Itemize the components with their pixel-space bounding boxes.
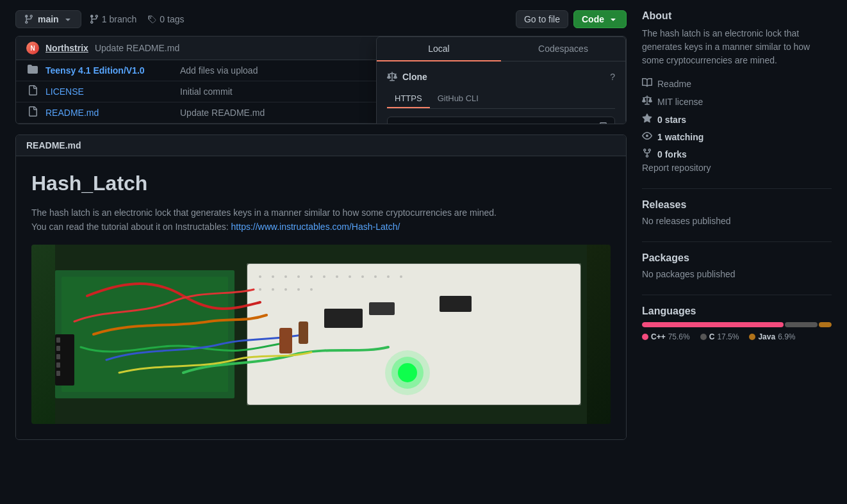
branch-count: 1 [102, 14, 107, 24]
readme-link[interactable]: Readme [642, 75, 832, 93]
releases-title: Releases [642, 199, 832, 211]
tags-count: 0 [160, 14, 165, 24]
clone-body: Clone ? HTTPS GitHub CLI https://github.… [377, 61, 625, 124]
license-link[interactable]: MIT license [642, 93, 832, 111]
file-name[interactable]: Teensy 4.1 Edition/V1.0 [45, 65, 174, 76]
svg-rect-10 [369, 302, 395, 315]
scale-icon [642, 95, 652, 108]
languages-title: Languages [642, 305, 832, 317]
clone-tabs: Local Codespaces [377, 37, 625, 61]
clone-url: https://github.com/Northstrix/Hash_Latch… [394, 124, 590, 125]
no-packages: No packages published [642, 269, 832, 279]
branch-label: branch [109, 14, 136, 24]
readme-link[interactable]: https://www.instructables.com/Hash-Latch… [231, 222, 400, 232]
svg-rect-11 [440, 296, 472, 312]
report-repository-link[interactable]: Report repository [642, 163, 711, 173]
cpp-dot [642, 334, 648, 340]
svg-point-31 [400, 275, 402, 278]
branch-name: main [38, 14, 59, 24]
commit-author[interactable]: Northstrix [45, 43, 88, 53]
watching-stat: 1 watching [642, 128, 832, 145]
protocol-tabs: HTTPS GitHub CLI [387, 90, 615, 109]
svg-point-28 [361, 275, 364, 278]
tags-link[interactable]: 0 tags [147, 14, 184, 24]
meta-links: 1 branch 0 tags [89, 14, 185, 24]
sidebar: About The hash latch is an electronic lo… [642, 10, 832, 440]
fork-icon [642, 148, 652, 160]
clone-dropdown: Local Codespaces Clone ? HT [376, 37, 626, 124]
svg-point-33 [272, 288, 274, 291]
book-icon [642, 77, 652, 90]
readme-desc: The hash latch is an electronic lock tha… [31, 206, 611, 234]
svg-rect-15 [56, 354, 60, 359]
watching-link[interactable]: 1 watching [657, 132, 703, 142]
code-button[interactable]: Code [573, 10, 627, 28]
cpp-name: C++ [651, 332, 666, 341]
svg-point-22 [284, 275, 287, 278]
svg-rect-16 [56, 362, 60, 368]
svg-rect-17 [56, 371, 60, 376]
languages-section: Languages C++ 75.6% C 17.5% [642, 305, 832, 341]
language-legend: C++ 75.6% C 17.5% Java 6.9% [642, 332, 832, 341]
copy-url-button[interactable] [595, 121, 608, 124]
sidebar-divider-3 [642, 295, 832, 295]
language-bar [642, 322, 832, 327]
sidebar-divider-1 [642, 188, 832, 189]
codespaces-tab[interactable]: Codespaces [501, 37, 625, 61]
forks-link[interactable]: 0 forks [657, 149, 687, 159]
forks-stat: 0 forks [642, 145, 832, 163]
svg-rect-18 [279, 328, 292, 354]
svg-rect-9 [324, 309, 363, 328]
c-dot [700, 334, 707, 340]
commit-message: Update README.md [95, 43, 179, 53]
eye-icon [642, 131, 652, 143]
clone-title-row: Clone ? [387, 72, 615, 82]
c-name: C [709, 332, 715, 341]
about-title: About [642, 10, 832, 22]
clone-help-icon[interactable]: ? [610, 72, 615, 82]
svg-point-34 [284, 288, 287, 291]
svg-point-35 [297, 288, 300, 291]
sidebar-divider-2 [642, 241, 832, 242]
java-name: Java [758, 332, 775, 341]
branch-selector[interactable]: main [15, 10, 81, 28]
c-segment [785, 322, 818, 327]
readme-label: Readme [657, 79, 691, 89]
svg-rect-13 [56, 337, 60, 343]
c-lang: C 17.5% [700, 332, 739, 341]
stars-link[interactable]: 0 stars [657, 115, 686, 125]
star-icon [642, 113, 652, 126]
file-name[interactable]: README.md [45, 108, 174, 118]
svg-point-23 [297, 275, 300, 278]
readme-title: Hash_Latch [31, 172, 611, 195]
https-tab[interactable]: HTTPS [387, 90, 430, 108]
no-releases: No releases published [642, 216, 832, 226]
local-tab[interactable]: Local [377, 37, 501, 61]
branch-link[interactable]: 1 branch [89, 14, 137, 24]
svg-point-21 [272, 275, 274, 278]
cpp-percent: 75.6% [668, 332, 690, 341]
readme-content: Hash_Latch The hash latch is an electron… [16, 156, 626, 439]
file-name[interactable]: LICENSE [45, 86, 174, 97]
java-lang: Java 6.9% [749, 332, 795, 341]
packages-title: Packages [642, 252, 832, 264]
github-cli-tab[interactable]: GitHub CLI [430, 90, 486, 108]
about-section: About The hash latch is an electronic lo… [642, 10, 832, 173]
svg-point-29 [374, 275, 377, 278]
cpp-lang: C++ 75.6% [642, 332, 690, 341]
about-description: The hash latch is an electronic lock tha… [642, 27, 832, 67]
svg-point-32 [259, 288, 261, 291]
cpp-segment [642, 322, 784, 327]
releases-section: Releases No releases published [642, 199, 832, 226]
top-bar: main 1 branch 0 tag [15, 10, 627, 28]
goto-file-button[interactable]: Go to file [516, 10, 568, 28]
svg-point-36 [310, 288, 313, 291]
svg-rect-14 [56, 346, 60, 351]
svg-point-26 [336, 275, 338, 278]
svg-rect-19 [299, 321, 308, 344]
svg-point-20 [259, 275, 261, 278]
java-dot [749, 334, 755, 340]
c-percent: 17.5% [717, 332, 739, 341]
java-percent: 6.9% [778, 332, 795, 341]
file-list: N Northstrix Update README.md Teensy 4.1… [15, 36, 627, 124]
